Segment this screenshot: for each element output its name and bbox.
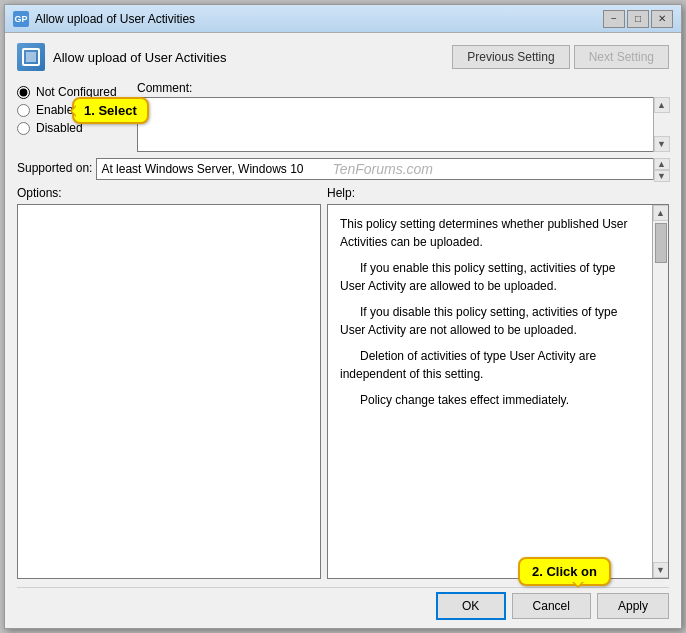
help-para-1: This policy setting determines whether p… <box>340 215 640 251</box>
comment-box <box>137 97 669 152</box>
panel-labels: Options: Help: <box>17 186 669 200</box>
help-para-2: If you enable this policy setting, activ… <box>340 259 640 295</box>
radio-not-configured-input[interactable] <box>17 86 30 99</box>
dialog-window: GP Allow upload of User Activities − □ ✕… <box>4 4 682 629</box>
supported-scroll-down[interactable]: ▼ <box>654 170 670 182</box>
help-para-4: Deletion of activities of type User Acti… <box>340 347 640 383</box>
help-scroll-up[interactable]: ▲ <box>653 205 669 221</box>
options-panel <box>17 204 321 579</box>
supported-row: Supported on: At least Windows Server, W… <box>17 158 669 180</box>
annotation-2: 2. Click on <box>518 557 611 586</box>
help-panel: This policy setting determines whether p… <box>327 204 669 579</box>
nav-buttons: Previous Setting Next Setting <box>452 45 669 69</box>
help-para-3: If you disable this policy setting, acti… <box>340 303 640 339</box>
scroll-up-arrow[interactable]: ▲ <box>654 97 670 113</box>
help-scroll-thumb[interactable] <box>655 223 667 263</box>
window-icon: GP <box>13 11 29 27</box>
close-button[interactable]: ✕ <box>651 10 673 28</box>
cancel-button[interactable]: Cancel <box>512 593 591 619</box>
window-title: Allow upload of User Activities <box>35 12 603 26</box>
watermark: TenForums.com <box>332 161 433 177</box>
help-para-5: Policy change takes effect immediately. <box>340 391 640 409</box>
supported-scrollbar: ▲ ▼ <box>653 158 669 180</box>
bottom-row: 2. Click on OK Cancel Apply <box>17 587 669 620</box>
scroll-down-arrow[interactable]: ▼ <box>654 136 670 152</box>
help-text-area: This policy setting determines whether p… <box>328 205 652 578</box>
comment-scrollbar: ▲ ▼ <box>653 97 669 152</box>
window-controls: − □ ✕ <box>603 10 673 28</box>
radio-disabled-input[interactable] <box>17 122 30 135</box>
ok-button[interactable]: OK <box>436 592 506 620</box>
dialog-content: Allow upload of User Activities Previous… <box>5 33 681 628</box>
supported-value-wrap: At least Windows Server, Windows 10 TenF… <box>96 158 669 180</box>
policy-icon <box>17 43 45 71</box>
minimize-button[interactable]: − <box>603 10 625 28</box>
next-setting-button[interactable]: Next Setting <box>574 45 669 69</box>
options-label: Options: <box>17 186 327 200</box>
radio-comment-row: Not Configured Enabled Disabled 1. Selec… <box>17 81 669 152</box>
main-panels: This policy setting determines whether p… <box>17 204 669 579</box>
help-scrollbar: ▲ ▼ <box>652 205 668 578</box>
maximize-button[interactable]: □ <box>627 10 649 28</box>
title-bar: GP Allow upload of User Activities − □ ✕ <box>5 5 681 33</box>
help-label: Help: <box>327 186 669 200</box>
supported-value: At least Windows Server, Windows 10 TenF… <box>96 158 669 180</box>
annotation-1: 1. Select <box>72 97 149 124</box>
radio-enabled-input[interactable] <box>17 104 30 117</box>
header-row: Allow upload of User Activities Previous… <box>17 43 669 71</box>
comment-box-wrap: ▲ ▼ <box>137 97 669 152</box>
prev-setting-button[interactable]: Previous Setting <box>452 45 569 69</box>
comment-label: Comment: <box>137 81 669 95</box>
supported-text: At least Windows Server, Windows 10 <box>101 162 303 176</box>
header-title-area: Allow upload of User Activities <box>17 43 226 71</box>
policy-icon-inner <box>22 48 40 66</box>
supported-label: Supported on: <box>17 158 92 175</box>
dialog-heading: Allow upload of User Activities <box>53 50 226 65</box>
help-scroll-down[interactable]: ▼ <box>653 562 669 578</box>
apply-button[interactable]: Apply <box>597 593 669 619</box>
supported-scroll-up[interactable]: ▲ <box>654 158 670 170</box>
radio-group: Not Configured Enabled Disabled 1. Selec… <box>17 81 127 152</box>
comment-area: Comment: ▲ ▼ <box>137 81 669 152</box>
